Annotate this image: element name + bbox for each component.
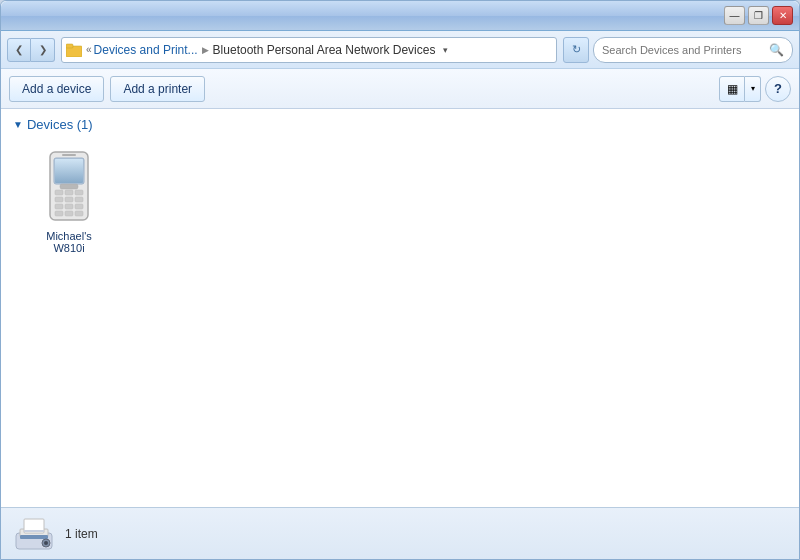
breadcrumb-bar: « Devices and Print... ▶ Bluetooth Perso… <box>61 37 557 63</box>
refresh-button[interactable]: ↻ <box>563 37 589 63</box>
svg-rect-9 <box>65 197 73 202</box>
view-dropdown-icon: ▾ <box>751 84 755 93</box>
device-item[interactable]: Michael's W810i <box>29 142 109 258</box>
search-icon: 🔍 <box>769 43 784 57</box>
svg-rect-6 <box>65 190 73 195</box>
forward-icon: ❯ <box>39 44 47 55</box>
help-button[interactable]: ? <box>765 76 791 102</box>
title-bar: — ❐ ✕ <box>1 1 799 31</box>
svg-rect-13 <box>75 204 83 209</box>
devices-section-header: ▼ Devices (1) <box>13 117 787 132</box>
toolbar-right: ▦ ▾ ? <box>719 76 791 102</box>
maximize-button[interactable]: ❐ <box>748 6 769 25</box>
svg-rect-22 <box>20 535 48 539</box>
svg-rect-17 <box>60 184 78 189</box>
search-input[interactable] <box>602 44 765 56</box>
bc-sep1: « <box>86 44 92 55</box>
svg-rect-14 <box>55 211 63 216</box>
refresh-icon: ↻ <box>572 43 581 56</box>
svg-rect-7 <box>75 190 83 195</box>
device-icon <box>39 146 99 226</box>
breadcrumb-parent[interactable]: Devices and Print... <box>94 43 198 57</box>
status-printer-icon <box>13 513 55 555</box>
collapse-arrow-icon[interactable]: ▼ <box>13 119 23 130</box>
bc-arrow: ▶ <box>202 45 209 55</box>
add-device-button[interactable]: Add a device <box>9 76 104 102</box>
device-label: Michael's W810i <box>33 230 105 254</box>
svg-rect-25 <box>24 530 44 532</box>
main-window: — ❐ ✕ ❮ ❯ <box>0 0 800 560</box>
close-button[interactable]: ✕ <box>772 6 793 25</box>
status-item-count: 1 item <box>65 527 98 541</box>
window-controls: — ❐ ✕ <box>724 6 793 25</box>
svg-rect-11 <box>55 204 63 209</box>
view-controls: ▦ ▾ <box>719 76 761 102</box>
back-icon: ❮ <box>15 44 23 55</box>
forward-button[interactable]: ❯ <box>31 38 55 62</box>
view-button[interactable]: ▦ <box>719 76 745 102</box>
minimize-button[interactable]: — <box>724 6 745 25</box>
svg-point-24 <box>44 541 48 545</box>
svg-rect-15 <box>65 211 73 216</box>
nav-arrows: ❮ ❯ <box>7 38 55 62</box>
svg-rect-8 <box>55 197 63 202</box>
toolbar: Add a device Add a printer ▦ ▾ ? <box>1 69 799 109</box>
navigation-bar: ❮ ❯ « Devices and Print... ▶ Bluetooth P… <box>1 31 799 69</box>
section-title: Devices (1) <box>27 117 93 132</box>
search-bar: 🔍 <box>593 37 793 63</box>
back-button[interactable]: ❮ <box>7 38 31 62</box>
svg-rect-16 <box>75 211 83 216</box>
view-dropdown-button[interactable]: ▾ <box>745 76 761 102</box>
svg-rect-12 <box>65 204 73 209</box>
breadcrumb-current[interactable]: Bluetooth Personal Area Network Devices <box>213 43 436 57</box>
view-icon: ▦ <box>727 82 738 96</box>
svg-rect-5 <box>55 190 63 195</box>
breadcrumb-folder-icon <box>66 42 82 58</box>
add-printer-button[interactable]: Add a printer <box>110 76 205 102</box>
svg-rect-4 <box>55 159 83 183</box>
svg-rect-1 <box>66 44 73 48</box>
status-bar: 1 item <box>1 507 799 559</box>
svg-rect-10 <box>75 197 83 202</box>
breadcrumb-dropdown[interactable]: ▾ <box>438 40 452 60</box>
devices-grid: Michael's W810i <box>13 142 787 258</box>
main-content: ▼ Devices (1) <box>1 109 799 507</box>
svg-rect-18 <box>62 154 76 156</box>
